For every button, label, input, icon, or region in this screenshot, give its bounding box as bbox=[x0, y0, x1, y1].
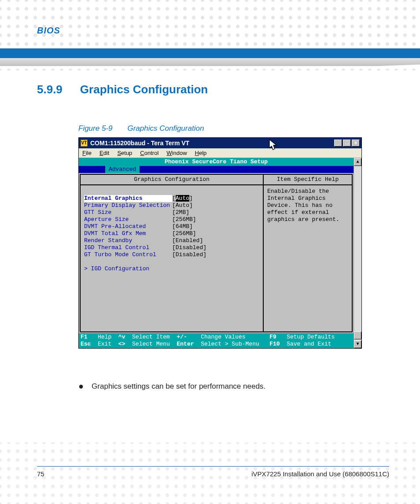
window-titlebar[interactable]: VT COM1:115200baud - Tera Term VT _ □ × bbox=[79, 138, 361, 148]
bios-option-row[interactable]: Internal Graphics [Auto] bbox=[84, 195, 259, 202]
bios-option-value: Auto bbox=[176, 195, 189, 202]
bios-options-list: Internal Graphics [Auto] Primary Display… bbox=[81, 185, 263, 275]
menu-bar: File Edit Setup Control Window Help bbox=[79, 148, 361, 158]
bios-option-row[interactable]: GT Turbo Mode Control[Disabled] bbox=[84, 251, 259, 258]
scroll-up-button[interactable]: ▲ bbox=[354, 158, 361, 166]
doc-title: iVPX7225 Installation and Use (6806800S1… bbox=[251, 470, 389, 478]
bios-tab-row: Advanced bbox=[79, 166, 354, 173]
app-icon: VT bbox=[81, 140, 88, 147]
section-heading: 5.9.9 Graphics Configuration bbox=[37, 83, 208, 96]
page-footer: 75 iVPX7225 Installation and Use (680680… bbox=[37, 466, 389, 478]
figure-label: Figure 5-9 bbox=[78, 124, 112, 133]
menu-edit[interactable]: Edit bbox=[99, 150, 109, 156]
bios-option-row[interactable]: DVMT Pre-Allocated[64MB] bbox=[84, 223, 259, 230]
scroll-down-button[interactable]: ▼ bbox=[354, 340, 361, 348]
terminal-area: Phoenix SecureCore Tiano Setup Advanced … bbox=[79, 158, 361, 348]
menu-setup[interactable]: Setup bbox=[117, 150, 132, 156]
bullet-dot-icon: ● bbox=[78, 382, 84, 391]
bios-setup-title: Phoenix SecureCore Tiano Setup bbox=[79, 158, 354, 166]
window-title: COM1:115200baud - Tera Term VT bbox=[90, 140, 332, 147]
mouse-cursor-icon bbox=[269, 139, 278, 151]
menu-control[interactable]: Control bbox=[140, 150, 158, 156]
menu-window[interactable]: Window bbox=[166, 150, 187, 156]
minimize-button[interactable]: _ bbox=[334, 140, 342, 147]
bios-panel-left-head: Graphics Configuration bbox=[81, 175, 263, 185]
maximize-button[interactable]: □ bbox=[343, 140, 351, 147]
header-blue-bar bbox=[0, 48, 420, 58]
menu-help[interactable]: Help bbox=[195, 150, 207, 156]
bios-option-row[interactable]: Primary Display Selection[Auto] bbox=[84, 202, 259, 209]
bios-submenu[interactable]: > IGD Configuration bbox=[84, 265, 259, 272]
bios-option-label: Internal Graphics bbox=[84, 195, 172, 202]
vertical-scrollbar[interactable]: ▲ ▼ bbox=[354, 158, 361, 348]
bios-option-row[interactable]: IGD Thermal Control[Disabled] bbox=[84, 244, 259, 251]
bullet-note: ● Graphics settings can be set for perfo… bbox=[78, 382, 265, 391]
bios-help-text: Enable/Disable the Internal Graphics Dev… bbox=[264, 185, 352, 226]
bullet-text: Graphics settings can be set for perform… bbox=[92, 382, 265, 391]
bios-header-label: BIOS bbox=[37, 26, 60, 36]
bios-panel-right-head: Item Specific Help bbox=[264, 175, 352, 185]
section-title: Graphics Configuration bbox=[80, 83, 208, 96]
section-number: 5.9.9 bbox=[37, 83, 63, 96]
menu-file[interactable]: File bbox=[82, 150, 92, 156]
page-number: 75 bbox=[37, 470, 44, 478]
close-button[interactable]: × bbox=[352, 140, 360, 147]
bios-option-row[interactable]: Render Standby[Enabled] bbox=[84, 237, 259, 244]
bios-option-row[interactable]: GTT Size[2MB] bbox=[84, 209, 259, 216]
header-gray-bar bbox=[0, 58, 420, 66]
bios-footer: F1 Help ^v Select Item +/- Change Values… bbox=[79, 333, 354, 348]
bios-panel: Graphics Configuration Internal Graphics… bbox=[80, 174, 353, 332]
figure-title: Graphics Configuration bbox=[127, 124, 204, 133]
scroll-thumb[interactable] bbox=[354, 331, 361, 339]
bios-option-row[interactable]: Aperture Size[256MB] bbox=[84, 216, 259, 223]
bios-tab-advanced[interactable]: Advanced bbox=[105, 166, 140, 173]
bios-panel-left: Graphics Configuration Internal Graphics… bbox=[81, 175, 264, 331]
teraterm-window: VT COM1:115200baud - Tera Term VT _ □ × … bbox=[78, 137, 362, 349]
figure-caption: Figure 5-9 Graphics Configuration bbox=[78, 124, 204, 133]
bios-option-row[interactable]: DVMT Total Gfx Mem[256MB] bbox=[84, 230, 259, 237]
bios-panel-right: Item Specific Help Enable/Disable the In… bbox=[264, 175, 352, 331]
